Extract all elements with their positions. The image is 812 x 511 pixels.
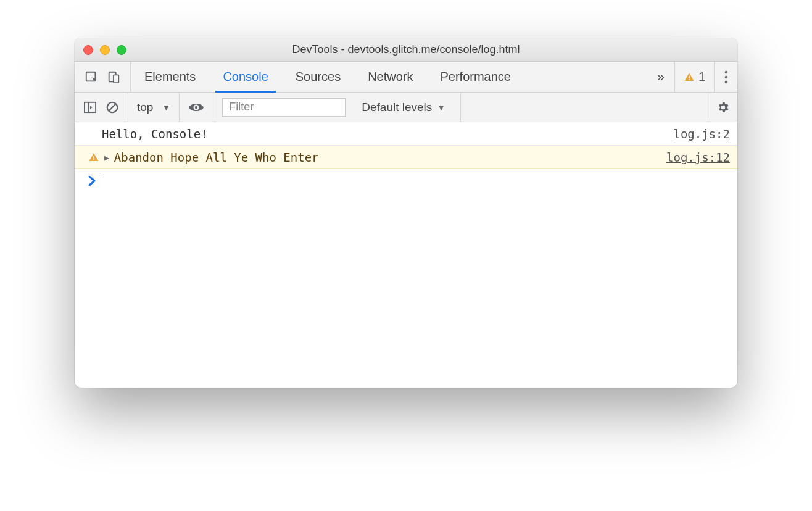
message-text: Hello, Console!: [88, 127, 673, 141]
tab-network[interactable]: Network: [354, 62, 426, 92]
message-text: Abandon Hope All Ye Who Enter: [114, 151, 319, 164]
svg-rect-2: [114, 75, 118, 83]
message-source-link[interactable]: log.js:12: [666, 151, 730, 164]
sidebar-clear-group: [75, 93, 128, 122]
window-title: DevTools - devtools.glitch.me/console/lo…: [75, 43, 737, 56]
levels-label: Default levels: [362, 101, 432, 114]
console-toolbar: top ▼ Default levels ▼: [75, 93, 737, 122]
traffic-lights: [83, 45, 126, 55]
tabs-list: Elements Console Sources Network Perform…: [131, 62, 647, 92]
execution-context-select[interactable]: top ▼: [128, 93, 180, 122]
svg-line-11: [109, 104, 116, 110]
console-sidebar-toggle-icon[interactable]: [83, 101, 97, 114]
svg-point-6: [724, 75, 727, 78]
close-button[interactable]: [83, 45, 93, 55]
eye-icon[interactable]: [188, 101, 204, 114]
tab-elements[interactable]: Elements: [131, 62, 209, 92]
warning-icon: [684, 72, 695, 83]
svg-rect-4: [689, 79, 690, 80]
live-expression-group: [180, 93, 213, 122]
maximize-button[interactable]: [117, 45, 126, 55]
svg-rect-14: [93, 156, 94, 159]
console-settings-button[interactable]: [708, 93, 737, 122]
prompt-caret-icon: [88, 176, 96, 186]
chevron-down-icon: ▼: [162, 102, 170, 112]
svg-point-13: [195, 106, 197, 108]
svg-point-7: [724, 80, 727, 83]
console-prompt[interactable]: [75, 169, 737, 193]
tabs-overflow-button[interactable]: »: [647, 62, 674, 92]
disclosure-triangle-icon[interactable]: ▶: [104, 153, 109, 162]
console-output: Hello, Console! log.js:2 ▶ Abandon Hope …: [75, 122, 737, 388]
tab-sources[interactable]: Sources: [282, 62, 354, 92]
device-toggle-icon[interactable]: [107, 70, 120, 84]
inspect-element-icon[interactable]: [85, 70, 98, 84]
console-message-log: Hello, Console! log.js:2: [75, 122, 737, 146]
tab-performance[interactable]: Performance: [427, 62, 525, 92]
clear-console-icon[interactable]: [106, 101, 119, 114]
warning-count-value: 1: [698, 70, 705, 84]
context-label: top: [137, 101, 153, 114]
inspect-device-group: [75, 62, 131, 92]
devtools-window: DevTools - devtools.glitch.me/console/lo…: [75, 38, 737, 388]
minimize-button[interactable]: [100, 45, 110, 55]
tab-console[interactable]: Console: [209, 62, 281, 92]
filter-group: Default levels ▼: [213, 93, 461, 122]
text-cursor: [102, 174, 102, 188]
warning-counter[interactable]: 1: [674, 62, 714, 92]
warning-icon: [88, 152, 99, 163]
titlebar: DevTools - devtools.glitch.me/console/lo…: [75, 38, 737, 62]
log-levels-select[interactable]: Default levels ▼: [355, 101, 452, 114]
message-source-link[interactable]: log.js:2: [673, 127, 730, 141]
filter-input[interactable]: [222, 98, 346, 117]
more-menu-button[interactable]: [714, 62, 737, 92]
console-message-warn: ▶ Abandon Hope All Ye Who Enter log.js:1…: [75, 146, 737, 169]
svg-rect-15: [93, 159, 94, 160]
svg-point-5: [724, 70, 727, 73]
chevron-down-icon: ▼: [437, 102, 445, 112]
panel-tabs: Elements Console Sources Network Perform…: [75, 62, 737, 93]
svg-rect-3: [689, 75, 690, 78]
